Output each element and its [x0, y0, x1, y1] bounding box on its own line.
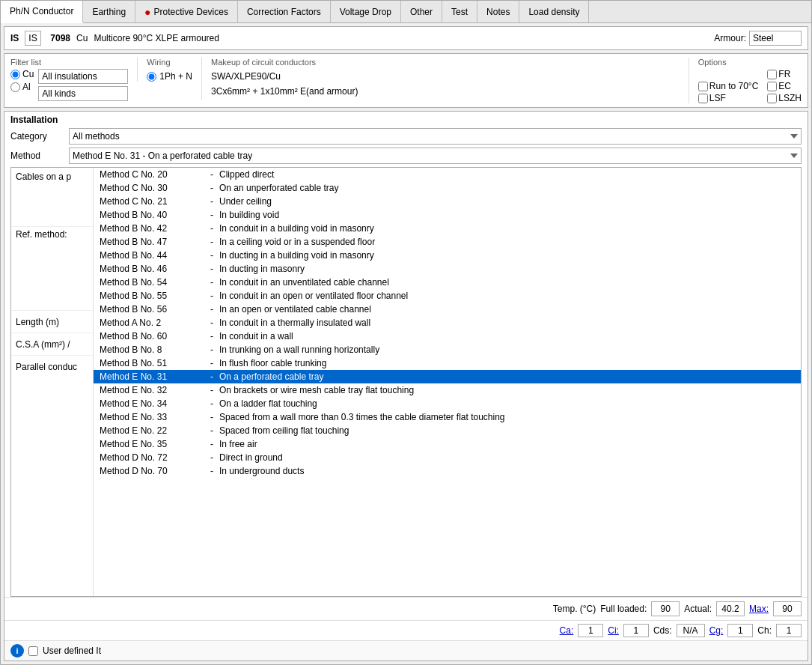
method-dash: -	[204, 331, 219, 341]
method-desc: Clipped direct	[219, 169, 274, 180]
lszh-checkbox[interactable]	[767, 94, 777, 103]
method-dash: -	[204, 318, 219, 328]
filter-label: Filter list	[10, 58, 128, 67]
method-list-item[interactable]: Method A No. 2-In conduit in a thermally…	[94, 316, 801, 330]
filter-inner: Cu Al All insulations All kinds	[10, 69, 128, 101]
ca-value[interactable]: 1	[578, 624, 603, 637]
method-list-item[interactable]: Method D No. 72-Direct in ground	[94, 451, 801, 464]
tab-protective[interactable]: ● Protective Devices	[135, 1, 238, 22]
ch-value[interactable]: 1	[776, 624, 802, 637]
options-row: Filter list Cu Al All	[4, 53, 808, 108]
method-num: Method B No. 44	[100, 250, 204, 261]
radio-group: Cu Al	[10, 69, 34, 92]
method-num: Method B No. 56	[100, 304, 204, 315]
run70-label: Run to 70°C	[709, 81, 759, 91]
method-row: Method Method E No. 31 - On a perforated…	[4, 148, 808, 167]
max-value[interactable]: 90	[773, 601, 802, 616]
tab-load[interactable]: Load density	[519, 1, 589, 22]
tab-test[interactable]: Test	[442, 1, 477, 22]
method-list-item[interactable]: Method B No. 54-In conduit in an unventi…	[94, 276, 801, 289]
tab-ph-n[interactable]: Ph/N Conductor	[1, 1, 83, 23]
method-list-item[interactable]: Method B No. 42-In conduit in a building…	[94, 222, 801, 235]
cable-description: Multicore 90°C XLPE armoured	[94, 33, 219, 43]
method-list-item[interactable]: Method E No. 35-In free air	[94, 437, 801, 451]
makeup-group: Makeup of circuit conductors SWA/XLPE90/…	[201, 58, 358, 100]
method-list-item[interactable]: Method B No. 51-In flush floor cable tru…	[94, 356, 801, 370]
ca-label[interactable]: Ca:	[560, 625, 574, 636]
cg-label[interactable]: Cg:	[709, 625, 724, 636]
method-list-item[interactable]: Method E No. 32-On brackets or wire mesh…	[94, 383, 801, 397]
methods-area: Cables on a p Ref. method: Length (m) C.…	[10, 167, 802, 597]
method-desc: In ducting in a building void in masonry	[219, 250, 374, 261]
method-list-item[interactable]: Method B No. 47-In a ceiling void or in …	[94, 235, 801, 249]
methods-list[interactable]: Method C No. 20-Clipped directMethod C N…	[94, 168, 801, 596]
method-list-item[interactable]: Method E No. 33-Spaced from a wall more …	[94, 410, 801, 424]
method-desc: In conduit in an unventilated cable chan…	[219, 277, 389, 288]
method-list-item[interactable]: Method B No. 60-In conduit in a wall	[94, 330, 801, 343]
method-list-item[interactable]: Method B No. 8-In trunking on a wall run…	[94, 343, 801, 356]
method-num: Method B No. 42	[100, 223, 204, 234]
actual-label: Actual:	[684, 604, 712, 614]
method-desc: Under ceiling	[219, 196, 272, 207]
method-desc: In conduit in a building void in masonry	[219, 223, 374, 234]
fr-checkbox[interactable]	[767, 70, 777, 79]
method-desc: On an unperforated cable tray	[219, 183, 338, 193]
max-label[interactable]: Max:	[749, 604, 769, 614]
method-list-item[interactable]: Method E No. 31-On a perforated cable tr…	[94, 370, 801, 383]
cds-value[interactable]: N/A	[677, 624, 705, 637]
method-dash: -	[204, 344, 219, 355]
ec-checkbox[interactable]	[767, 82, 777, 91]
cu-radio-row: Cu	[10, 69, 34, 79]
cu-radio[interactable]	[10, 70, 20, 79]
method-desc: On a ladder flat touching	[219, 398, 317, 409]
method-list-item[interactable]: Method B No. 55-In conduit in an open or…	[94, 289, 801, 303]
method-list-item[interactable]: Method B No. 56-In an open or ventilated…	[94, 303, 801, 316]
method-label: Method	[10, 151, 63, 161]
run70-row: Run to 70°C	[698, 81, 759, 91]
method-list-item[interactable]: Method C No. 30-On an unperforated cable…	[94, 181, 801, 195]
method-list-item[interactable]: Method D No. 70-In underground ducts	[94, 464, 801, 478]
method-dash: -	[204, 385, 219, 395]
tab-other[interactable]: Other	[401, 1, 442, 22]
lsf-checkbox[interactable]	[698, 94, 708, 103]
method-list-item[interactable]: Method E No. 34-On a ladder flat touchin…	[94, 397, 801, 410]
method-select[interactable]: Method E No. 31 - On a perforated cable …	[69, 148, 802, 164]
tab-voltage[interactable]: Voltage Drop	[331, 1, 401, 22]
method-list-item[interactable]: Method E No. 22-Spaced from ceiling flat…	[94, 424, 801, 437]
csa-label: C.S.A (mm²) /	[11, 332, 93, 355]
info-icon: i	[10, 644, 24, 658]
tab-notes[interactable]: Notes	[477, 1, 519, 22]
ci-value[interactable]: 1	[623, 624, 649, 637]
method-num: Method B No. 40	[100, 210, 204, 220]
tab-correction[interactable]: Correction Factors	[238, 1, 331, 22]
wiring-label: Wiring	[147, 58, 192, 67]
kinds-select[interactable]: All kinds	[38, 86, 128, 101]
al-radio[interactable]	[10, 82, 20, 92]
options-checkboxes: FR Run to 70°C EC LSF	[698, 69, 802, 103]
standard-select[interactable]: IS	[25, 31, 41, 46]
wiring-radio[interactable]	[147, 72, 156, 82]
method-num: Method E No. 33	[100, 412, 204, 422]
tab-bar: Ph/N Conductor Earthing ● Protective Dev…	[1, 1, 811, 23]
insulation-select[interactable]: All insulations	[38, 69, 128, 84]
lsf-label: LSF	[709, 93, 726, 103]
user-defined-label: User defined It	[43, 646, 101, 656]
method-desc: On a perforated cable tray	[219, 371, 323, 382]
method-list-item[interactable]: Method C No. 20-Clipped direct	[94, 168, 801, 181]
ci-label[interactable]: Ci:	[608, 625, 619, 636]
tab-earthing[interactable]: Earthing	[83, 1, 135, 22]
category-select[interactable]: All methods	[69, 128, 802, 145]
cg-value[interactable]: 1	[727, 624, 753, 637]
method-list-item[interactable]: Method C No. 21-Under ceiling	[94, 195, 801, 208]
method-list-item[interactable]: Method B No. 46-In ducting in masonry	[94, 262, 801, 276]
armour-label: Armour:	[714, 33, 746, 43]
method-desc: Spaced from ceiling flat touching	[219, 425, 349, 436]
method-num: Method D No. 70	[100, 466, 204, 476]
run70-checkbox[interactable]	[698, 82, 708, 91]
method-list-item[interactable]: Method B No. 44-In ducting in a building…	[94, 249, 801, 262]
method-dash: -	[204, 412, 219, 422]
armour-select[interactable]: Steel	[749, 31, 802, 46]
user-defined-checkbox[interactable]	[28, 646, 38, 656]
options-group: Options FR Run to 70°C EC	[689, 58, 802, 103]
method-list-item[interactable]: Method B No. 40-In building void	[94, 208, 801, 222]
